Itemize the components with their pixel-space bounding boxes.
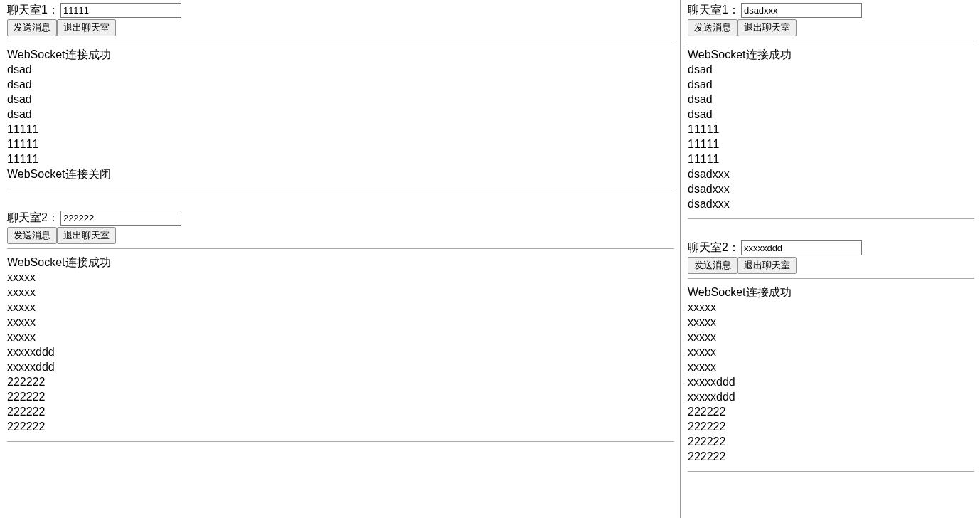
- message-line: dsadxxx: [688, 181, 974, 196]
- message-line: xxxxx: [688, 300, 974, 314]
- right-pane: 聊天室1： 发送消息退出聊天室 WebSocket连接成功dsaddsaddsa…: [681, 0, 980, 518]
- right-room2-input[interactable]: [741, 240, 862, 255]
- left-room1-exit-button[interactable]: 退出聊天室: [57, 19, 116, 36]
- divider: [688, 278, 974, 279]
- message-line: xxxxx: [688, 359, 974, 374]
- message-line: xxxxxddd: [688, 374, 974, 389]
- message-line: 222222: [688, 434, 974, 449]
- message-line: dsadxxx: [688, 196, 974, 211]
- message-line: xxxxx: [688, 344, 974, 359]
- message-line: 222222: [688, 419, 974, 434]
- right-room1-send-button[interactable]: 发送消息: [688, 19, 737, 36]
- message-line: xxxxxddd: [688, 389, 974, 404]
- message-line: xxxxx: [7, 329, 674, 344]
- left-room1-buttons: 发送消息退出聊天室: [7, 19, 674, 36]
- app-container: 聊天室1： 发送消息退出聊天室 WebSocket连接成功dsaddsaddsa…: [0, 0, 980, 518]
- left-room2-input[interactable]: [60, 211, 181, 226]
- message-line: 11111: [7, 122, 674, 137]
- right-room1-input[interactable]: [741, 3, 862, 18]
- divider: [688, 471, 974, 472]
- message-line: WebSocket连接成功: [7, 255, 674, 270]
- right-room1-exit-button[interactable]: 退出聊天室: [737, 19, 797, 36]
- message-line: xxxxx: [7, 300, 674, 314]
- message-line: dsad: [7, 77, 674, 92]
- right-room2-exit-button[interactable]: 退出聊天室: [737, 257, 797, 274]
- right-room2-buttons: 发送消息退出聊天室: [688, 257, 974, 274]
- divider: [688, 41, 974, 41]
- left-room2-header: 聊天室2：: [7, 211, 674, 226]
- right-room1-buttons: 发送消息退出聊天室: [688, 19, 974, 36]
- divider: [7, 248, 674, 249]
- message-line: xxxxx: [7, 314, 674, 329]
- divider: [7, 441, 674, 442]
- message-line: 222222: [7, 374, 674, 389]
- right-room2-label: 聊天室2：: [688, 240, 740, 255]
- message-line: xxxxx: [688, 329, 974, 344]
- message-line: dsad: [688, 62, 974, 77]
- divider: [7, 41, 674, 41]
- right-room1-messages: WebSocket连接成功dsaddsaddsaddsad11111111111…: [688, 47, 974, 211]
- right-room2-send-button[interactable]: 发送消息: [688, 257, 737, 274]
- right-room1-label: 聊天室1：: [688, 3, 740, 18]
- message-line: 222222: [7, 419, 674, 434]
- divider: [7, 189, 674, 189]
- message-line: xxxxx: [688, 314, 974, 329]
- left-room1-block: 聊天室1： 发送消息退出聊天室 WebSocket连接成功dsaddsaddsa…: [7, 3, 674, 189]
- message-line: 222222: [688, 449, 974, 464]
- left-room2-label: 聊天室2：: [7, 211, 59, 226]
- message-line: dsadxxx: [688, 166, 974, 181]
- message-line: 11111: [7, 137, 674, 152]
- left-room2-messages: WebSocket连接成功xxxxxxxxxxxxxxxxxxxxxxxxxxx…: [7, 255, 674, 434]
- message-line: 11111: [688, 152, 974, 166]
- message-line: WebSocket连接成功: [688, 285, 974, 300]
- left-room1-messages: WebSocket连接成功dsaddsaddsaddsad11111111111…: [7, 47, 674, 181]
- left-room2-block: 聊天室2： 发送消息退出聊天室 WebSocket连接成功xxxxxxxxxxx…: [7, 211, 674, 442]
- right-room1-header: 聊天室1：: [688, 3, 974, 18]
- message-line: xxxxx: [7, 270, 674, 285]
- message-line: 11111: [688, 122, 974, 137]
- message-line: WebSocket连接关闭: [7, 166, 674, 181]
- left-room2-buttons: 发送消息退出聊天室: [7, 227, 674, 244]
- divider: [688, 218, 974, 219]
- message-line: xxxxxddd: [7, 359, 674, 374]
- left-room2-exit-button[interactable]: 退出聊天室: [57, 227, 116, 244]
- message-line: WebSocket连接成功: [688, 47, 974, 62]
- left-room1-header: 聊天室1：: [7, 3, 674, 18]
- message-line: dsad: [688, 77, 974, 92]
- message-line: WebSocket连接成功: [7, 47, 674, 62]
- left-room1-input[interactable]: [60, 3, 181, 18]
- message-line: dsad: [7, 62, 674, 77]
- message-line: xxxxxddd: [7, 344, 674, 359]
- message-line: xxxxx: [7, 285, 674, 300]
- message-line: dsad: [688, 107, 974, 122]
- message-line: 222222: [7, 404, 674, 419]
- right-room2-header: 聊天室2：: [688, 240, 974, 255]
- left-room2-send-button[interactable]: 发送消息: [7, 227, 57, 244]
- left-room1-send-button[interactable]: 发送消息: [7, 19, 57, 36]
- right-room2-messages: WebSocket连接成功xxxxxxxxxxxxxxxxxxxxxxxxxxx…: [688, 285, 974, 464]
- left-room1-label: 聊天室1：: [7, 3, 59, 18]
- message-line: dsad: [7, 107, 674, 122]
- message-line: 222222: [688, 404, 974, 419]
- right-room1-block: 聊天室1： 发送消息退出聊天室 WebSocket连接成功dsaddsaddsa…: [688, 3, 974, 219]
- message-line: dsad: [688, 92, 974, 107]
- message-line: dsad: [7, 92, 674, 107]
- message-line: 11111: [7, 152, 674, 166]
- right-room2-block: 聊天室2： 发送消息退出聊天室 WebSocket连接成功xxxxxxxxxxx…: [688, 240, 974, 472]
- left-pane: 聊天室1： 发送消息退出聊天室 WebSocket连接成功dsaddsaddsa…: [0, 0, 681, 518]
- message-line: 222222: [7, 389, 674, 404]
- message-line: 11111: [688, 137, 974, 152]
